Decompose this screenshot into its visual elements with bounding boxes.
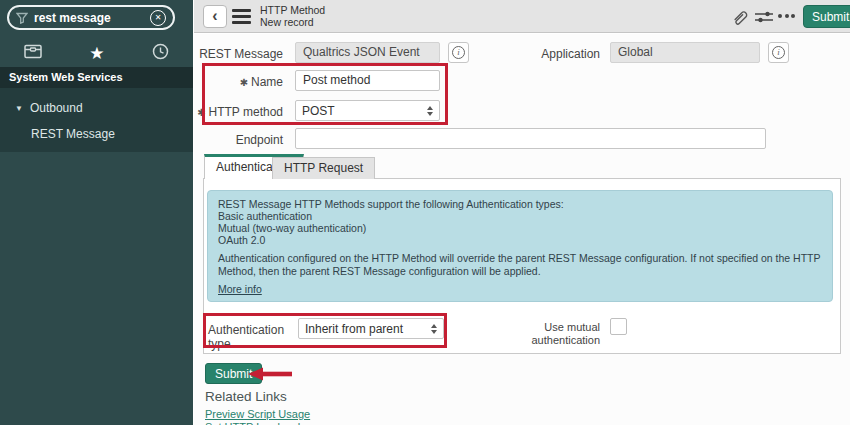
attachment-paperclip-icon[interactable] xyxy=(730,8,750,26)
info-line: Mutual (two-way authentication) xyxy=(218,222,822,234)
form-header-bar: HTTP Method New record Submit xyxy=(194,0,850,33)
record-title: HTTP Method New record xyxy=(260,5,325,28)
info-icon xyxy=(772,46,785,59)
search-query-text: rest message xyxy=(34,11,144,25)
related-links-heading: Related Links xyxy=(205,389,287,404)
info-paragraph: Authentication configured on the HTTP Me… xyxy=(218,252,822,277)
sidebar-item-label: REST Message xyxy=(31,124,115,144)
nav-section-header: System Web Services xyxy=(0,67,193,88)
name-input[interactable]: Post method xyxy=(295,70,440,91)
favorites-star-icon[interactable] xyxy=(89,45,104,62)
auth-type-label: Authentication type xyxy=(208,323,294,351)
endpoint-input[interactable] xyxy=(295,128,766,149)
navigator-search-input[interactable]: rest message xyxy=(7,5,175,30)
http-method-value: POST xyxy=(302,104,335,118)
red-arrow-left-icon xyxy=(248,367,293,385)
application-label: Application xyxy=(510,47,600,61)
auth-type-select[interactable]: Inherit from parent xyxy=(298,318,444,339)
related-link-preview-script-usage[interactable]: Preview Script Usage xyxy=(205,408,310,420)
sidebar-item-label: Outbound xyxy=(30,98,83,118)
name-label: Name xyxy=(194,75,283,89)
more-actions-icon[interactable] xyxy=(778,14,795,18)
application-field[interactable]: Global xyxy=(610,42,760,63)
history-clock-icon[interactable] xyxy=(152,43,169,64)
app-navigator-sidebar: rest message System Web Services Outboun… xyxy=(0,0,193,425)
info-icon xyxy=(452,46,465,59)
personalize-form-sliders-icon[interactable] xyxy=(754,8,774,26)
submit-button-header[interactable]: Submit xyxy=(803,5,850,28)
caret-down-icon xyxy=(15,97,23,119)
clear-search-icon[interactable] xyxy=(150,10,166,26)
record-type: HTTP Method xyxy=(260,5,325,17)
use-mutual-auth-label: Use mutual authentication xyxy=(474,321,600,347)
record-state: New record xyxy=(260,17,325,29)
sidebar-item-rest-message[interactable]: REST Message xyxy=(0,124,193,144)
http-method-label: HTTP method xyxy=(194,105,283,119)
all-applications-icon[interactable] xyxy=(24,44,42,63)
auth-type-value: Inherit from parent xyxy=(305,322,403,336)
related-link-set-http-log-level[interactable]: Set HTTP Log level xyxy=(205,421,300,425)
info-line: OAuth 2.0 xyxy=(218,234,822,246)
more-info-link[interactable]: More info xyxy=(218,283,262,295)
rest-message-field[interactable]: Qualtrics JSON Event xyxy=(295,42,440,63)
authentication-info-message: REST Message HTTP Methods support the fo… xyxy=(207,190,833,302)
record-form: REST Message Qualtrics JSON Event Applic… xyxy=(194,34,850,425)
info-line: Basic authentication xyxy=(218,210,822,222)
tab-http-request[interactable]: HTTP Request xyxy=(272,157,375,179)
filter-icon xyxy=(16,12,28,24)
select-arrows-icon xyxy=(431,324,437,334)
application-info-button[interactable] xyxy=(768,42,789,63)
sidebar-item-outbound[interactable]: Outbound xyxy=(0,98,193,118)
http-method-select[interactable]: POST xyxy=(295,100,440,121)
back-button[interactable] xyxy=(203,5,227,28)
use-mutual-auth-checkbox[interactable] xyxy=(610,318,627,335)
info-line: REST Message HTTP Methods support the fo… xyxy=(218,198,822,210)
rest-message-info-button[interactable] xyxy=(448,42,469,63)
rest-message-label: REST Message xyxy=(194,47,283,61)
endpoint-label: Endpoint xyxy=(194,133,283,147)
select-arrows-icon xyxy=(427,106,433,116)
context-menu-icon[interactable] xyxy=(232,9,251,24)
